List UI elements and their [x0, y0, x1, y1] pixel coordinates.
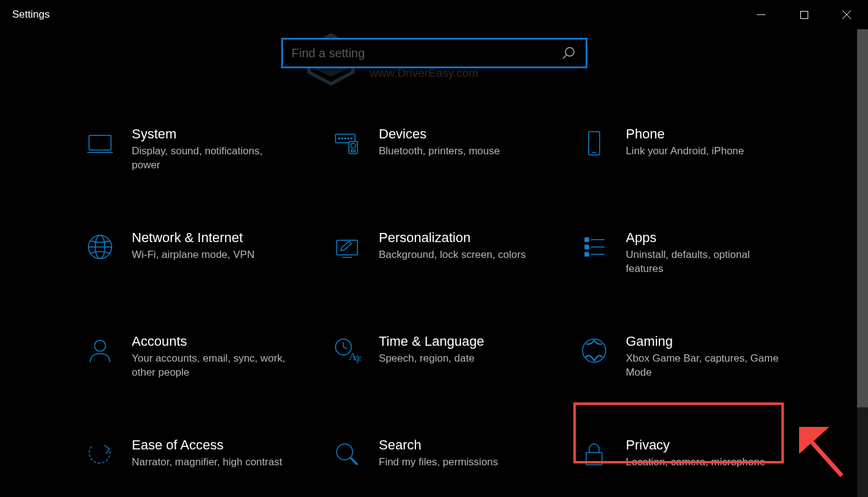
- scrollbar[interactable]: [857, 29, 868, 497]
- svg-rect-31: [585, 252, 589, 256]
- svg-point-40: [337, 444, 353, 460]
- category-description: Bluetooth, printers, mouse: [379, 145, 500, 159]
- category-title: Devices: [379, 126, 500, 142]
- system-icon: [85, 129, 115, 158]
- globe-icon: [85, 232, 115, 262]
- svg-point-39: [583, 339, 606, 362]
- category-description: Wi-Fi, airplane mode, VPN: [132, 248, 254, 262]
- personalization-icon: [332, 232, 362, 262]
- svg-point-14: [345, 138, 346, 139]
- search-icon: [562, 46, 575, 60]
- phone-icon: [579, 129, 609, 158]
- category-title: Search: [379, 437, 498, 453]
- close-icon: [842, 10, 851, 19]
- titlebar: Settings: [0, 0, 868, 29]
- category-title: Network & Internet: [132, 230, 254, 246]
- svg-line-41: [351, 458, 357, 465]
- category-personalization[interactable]: Personalization Background, lock screen,…: [326, 223, 573, 284]
- svg-point-16: [351, 138, 352, 139]
- category-description: Xbox Game Bar, captures, Game Mode: [626, 352, 784, 380]
- category-title: Accounts: [132, 334, 290, 349]
- apps-icon: [579, 232, 609, 262]
- svg-rect-27: [585, 238, 589, 241]
- svg-point-15: [348, 138, 349, 139]
- category-accounts[interactable]: Accounts Your accounts, email, sync, wor…: [79, 326, 326, 387]
- category-gaming[interactable]: Gaming Xbox Game Bar, captures, Game Mod…: [573, 326, 820, 387]
- category-description: Narrator, magnifier, high contrast: [132, 456, 282, 470]
- category-title: Time & Language: [379, 334, 484, 349]
- minimize-icon: [757, 10, 766, 19]
- category-description: Uninstall, defaults, optional features: [626, 248, 784, 276]
- svg-line-8: [563, 55, 567, 59]
- category-ease-of-access[interactable]: Ease of Access Narrator, magnifier, high…: [79, 430, 326, 485]
- category-network[interactable]: Network & Internet Wi-Fi, airplane mode,…: [79, 223, 326, 284]
- maximize-button[interactable]: [783, 0, 825, 29]
- category-time-language[interactable]: A字 Time & Language Speech, region, date: [326, 326, 573, 387]
- category-description: Background, lock screen, colors: [379, 248, 526, 262]
- svg-rect-1: [800, 11, 808, 18]
- svg-rect-42: [586, 452, 602, 465]
- ease-of-access-icon: [85, 440, 115, 469]
- category-description: Display, sound, notifications, power: [132, 145, 290, 173]
- category-title: Privacy: [626, 437, 766, 453]
- accounts-icon: [85, 336, 115, 365]
- window-title: Settings: [12, 9, 49, 21]
- category-grid: System Display, sound, notifications, po…: [79, 119, 820, 485]
- category-privacy[interactable]: Privacy Location, camera, microphone: [573, 430, 820, 485]
- svg-rect-20: [589, 132, 600, 155]
- gaming-icon: [579, 336, 609, 365]
- svg-point-12: [339, 138, 340, 139]
- category-description: Speech, region, date: [379, 352, 484, 366]
- svg-text:字: 字: [354, 355, 361, 364]
- svg-point-13: [342, 138, 343, 139]
- category-apps[interactable]: Apps Uninstall, defaults, optional featu…: [573, 223, 820, 284]
- category-title: System: [132, 126, 290, 142]
- category-description: Location, camera, microphone: [626, 456, 766, 470]
- svg-line-36: [343, 347, 347, 349]
- svg-rect-9: [89, 135, 111, 150]
- svg-point-33: [95, 340, 106, 351]
- category-title: Ease of Access: [132, 437, 282, 453]
- category-description: Link your Android, iPhone: [626, 145, 744, 159]
- category-title: Personalization: [379, 230, 526, 246]
- category-title: Apps: [626, 230, 784, 246]
- category-devices[interactable]: Devices Bluetooth, printers, mouse: [326, 119, 573, 180]
- maximize-icon: [800, 11, 808, 19]
- search-box[interactable]: [281, 38, 587, 68]
- scrollbar-thumb[interactable]: [857, 29, 868, 407]
- category-description: Find my files, permissions: [379, 456, 498, 470]
- svg-point-7: [565, 48, 574, 56]
- time-language-icon: A字: [332, 336, 362, 365]
- category-description: Your accounts, email, sync, work, other …: [132, 352, 290, 380]
- close-button[interactable]: [825, 0, 868, 29]
- minimize-button[interactable]: [740, 0, 783, 29]
- category-search[interactable]: Search Find my files, permissions: [326, 430, 573, 485]
- category-phone[interactable]: Phone Link your Android, iPhone: [573, 119, 820, 180]
- search-input[interactable]: [292, 46, 560, 60]
- search-button[interactable]: [560, 45, 577, 62]
- category-title: Phone: [626, 126, 744, 142]
- category-system[interactable]: System Display, sound, notifications, po…: [79, 119, 326, 180]
- window-controls: [740, 0, 868, 29]
- lock-icon: [579, 440, 609, 469]
- search-category-icon: [332, 440, 362, 469]
- devices-icon: [332, 129, 362, 158]
- svg-rect-29: [585, 245, 589, 249]
- category-title: Gaming: [626, 334, 784, 349]
